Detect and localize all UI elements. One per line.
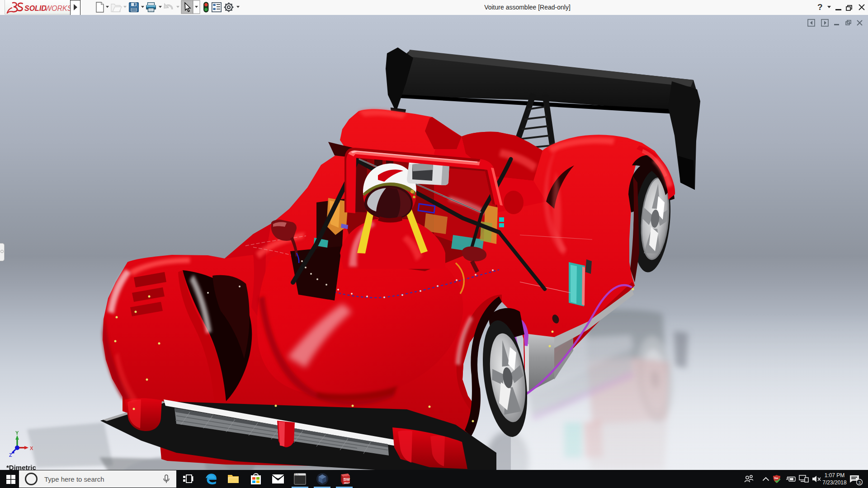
svg-text:SW: SW (344, 477, 350, 482)
svg-text:?: ? (817, 2, 823, 12)
svg-text:Y: Y (15, 430, 19, 436)
svg-text:C:\: C:\ (295, 474, 298, 476)
svg-text:Sw: Sw (774, 477, 778, 479)
svg-text:SOLID: SOLID (24, 5, 47, 12)
svg-text:X: X (30, 446, 33, 451)
svg-text:WORKS: WORKS (45, 5, 72, 12)
svg-text:Z: Z (9, 452, 12, 457)
svg-text:2017: 2017 (344, 482, 349, 484)
svg-text:3: 3 (859, 480, 861, 485)
